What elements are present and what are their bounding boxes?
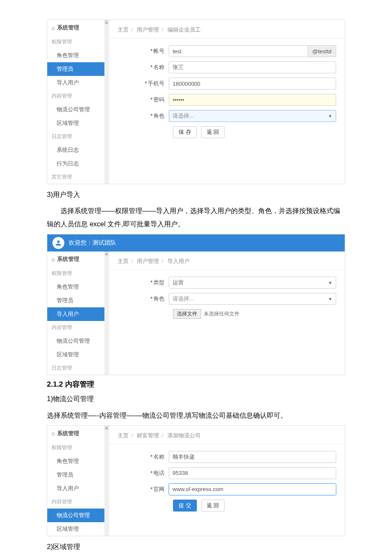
heading-212: 2.1.2 内容管理 [47,379,345,389]
sidebar-title-text: 系统管理 [57,255,79,263]
sidebar-item-role[interactable]: 角色管理 [47,49,109,62]
scroll-up-icon[interactable]: ▲ [104,20,109,24]
sidebar-item-import-user[interactable]: 导入用户 [47,482,109,495]
scroll-up-icon[interactable]: ▲ [104,251,109,256]
sidebar: ▲ ⌂系统管理 权限管理 角色管理 管理员 导入用户 内容管理 物流公司管理 区… [47,426,109,536]
home-icon: ⌂ [52,430,55,436]
name-label: *名称 [118,453,169,461]
text-user-import-heading: 3)用户导入 [47,188,345,201]
breadcrumb-home[interactable]: 主页 [118,258,129,264]
type-select[interactable]: 运营 ▼ [169,277,336,289]
sidebar-item-logistics[interactable]: 物流公司管理 [47,103,109,116]
scrollbar[interactable]: ▲ [104,426,109,536]
add-logistics-frame: ▲ ⌂系统管理 权限管理 角色管理 管理员 导入用户 内容管理 物流公司管理 区… [47,425,345,536]
chevron-down-icon: ▼ [328,114,332,119]
back-button[interactable]: 返 回 [201,500,225,512]
mobile-input[interactable] [169,78,336,90]
sidebar-group-content: 内容管理 [47,90,109,103]
sidebar-item-import-user[interactable]: 导入用户 [47,307,109,321]
sidebar-title: ⌂系统管理 [47,251,109,267]
type-label: *类型 [118,279,169,286]
edit-employee-frame: ▲ ⌂系统管理 权限管理 角色管理 管理员 导入用户 内容管理 物流公司管理 区… [47,20,345,184]
scrollbar[interactable]: ▲ [104,251,109,375]
account-addon: @testtd [308,45,336,57]
account-label: *帐号 [118,47,169,55]
type-select-text: 运营 [173,279,184,286]
site-input[interactable] [169,483,336,495]
phone-label: *电话 [118,469,169,477]
sidebar-item-region[interactable]: 区域管理 [47,348,109,361]
sidebar: ▲ ⌂系统管理 权限管理 角色管理 管理员 导入用户 内容管理 物流公司管理 区… [47,251,109,375]
sidebar-item-region[interactable]: 区域管理 [47,522,109,536]
site-label: *官网 [118,486,169,493]
sidebar-group-content: 内容管理 [47,321,109,334]
breadcrumb-import: 导入用户 [167,258,190,264]
sidebar-item-role[interactable]: 角色管理 [47,454,109,468]
avatar-icon [52,237,64,249]
sidebar-item-syslog[interactable]: 系统日志 [47,143,109,157]
sidebar-group-content: 内容管理 [47,495,109,509]
breadcrumb: 主页/ 用户管理/ 编辑企业员工 [109,20,345,38]
role-label: *角色 [118,112,169,120]
sidebar-item-admin[interactable]: 管理员 [47,294,109,307]
sidebar-group-log: 日志管理 [47,361,109,375]
sidebar-group-permission: 权限管理 [47,441,109,454]
text-region-heading: 2)区域管理 [47,541,345,553]
sidebar: ▲ ⌂系统管理 权限管理 角色管理 管理员 导入用户 内容管理 物流公司管理 区… [47,20,109,184]
sidebar-group-log: 日志管理 [47,130,109,143]
sidebar-title: ⌂系统管理 [47,426,109,441]
breadcrumb-home[interactable]: 主页 [118,26,129,33]
chevron-down-icon: ▼ [328,280,332,285]
home-icon: ⌂ [52,256,55,263]
role-select[interactable]: 请选择... ▼ [169,293,336,305]
submit-button[interactable]: 提 交 [173,500,197,512]
home-icon: ⌂ [52,25,55,31]
sidebar-item-region[interactable]: 区域管理 [47,116,109,130]
scroll-up-icon[interactable]: ▲ [104,426,109,430]
breadcrumb-user-mgmt[interactable]: 用户管理 [137,26,159,33]
breadcrumb-home[interactable]: 主页 [118,432,129,439]
sidebar-group-permission: 权限管理 [47,267,109,280]
role-label: *角色 [118,295,169,303]
text-logistics-heading: 1)物流公司管理 [47,393,345,405]
sidebar-item-logistics[interactable]: 物流公司管理 [47,334,109,348]
breadcrumb: 主页/ 财富管理/ 添加物流公司 [109,426,345,444]
role-select[interactable]: 请选择... ▼ [169,110,336,122]
import-user-frame: 欢迎您：测试团队 ▲ ⌂系统管理 权限管理 角色管理 管理员 导入用户 内容管理… [47,234,345,375]
chevron-down-icon: ▼ [328,297,332,301]
back-button[interactable]: 返 回 [201,126,225,138]
name-input[interactable] [169,61,336,73]
choose-file-button[interactable]: 选择文件 [173,309,201,319]
save-button[interactable]: 保 存 [173,126,197,138]
welcome-bar: 欢迎您：测试团队 [47,234,345,251]
text-logistics: 选择系统管理—--内容管理—-—物流公司管理,填写物流公司基础信息确认即可。 [47,409,345,422]
account-input[interactable] [169,45,308,57]
name-input[interactable] [169,451,336,463]
text-user-import: 选择系统管理——权限管理——导入用户，选择导入用户的类型、角色，并选择按预设格式… [47,205,345,231]
sidebar-item-actlog[interactable]: 行为日志 [47,157,109,171]
sidebar-title-text: 系统管理 [57,24,79,32]
sidebar-item-import-user[interactable]: 导入用户 [47,76,109,90]
sidebar-item-logistics[interactable]: 物流公司管理 [47,509,109,522]
name-label: *名称 [118,64,169,71]
sidebar-group-permission: 权限管理 [47,35,109,49]
scrollbar[interactable]: ▲ [104,20,109,184]
file-status-text: 未选择任何文件 [204,310,239,318]
breadcrumb: 主页/ 用户管理/ 导入用户 [109,251,345,270]
breadcrumb-edit-emp: 编辑企业员工 [167,26,201,33]
sidebar-title-text: 系统管理 [57,430,79,437]
breadcrumb-add-logistics: 添加物流公司 [167,432,201,439]
sidebar-title: ⌂系统管理 [47,20,109,35]
breadcrumb-user-mgmt[interactable]: 用户管理 [137,258,159,264]
password-input[interactable] [169,94,336,106]
role-select-text: 请选择... [173,112,194,120]
sidebar-item-role[interactable]: 角色管理 [47,280,109,294]
sidebar-item-admin[interactable]: 管理员 [47,468,109,482]
breadcrumb-wealth[interactable]: 财富管理 [137,432,159,439]
phone-input[interactable] [169,467,336,479]
welcome-text: 欢迎您：测试团队 [69,239,116,247]
password-label: *密码 [118,96,169,104]
role-select-text: 请选择... [173,295,194,303]
sidebar-group-other: 其它管理 [47,171,109,184]
sidebar-item-admin[interactable]: 管理员 [47,62,109,76]
